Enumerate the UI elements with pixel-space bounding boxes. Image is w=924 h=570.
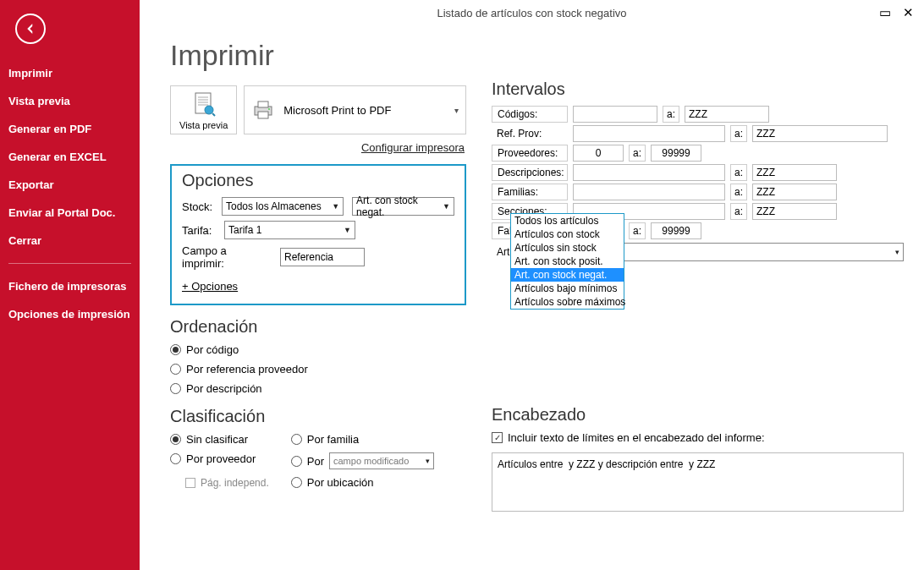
vista-previa-button[interactable]: Vista previa bbox=[170, 85, 237, 134]
radio-por-familia[interactable]: Por familia bbox=[291, 433, 434, 446]
svg-line-6 bbox=[212, 113, 215, 116]
interval-to[interactable] bbox=[752, 184, 837, 200]
interval-from[interactable] bbox=[573, 184, 725, 200]
interval-row: Descripciones:a: bbox=[492, 164, 904, 181]
radio-por-descripcion[interactable]: Por descripción bbox=[170, 382, 466, 395]
encabezado-title: Encabezado bbox=[492, 405, 904, 425]
nav-item[interactable]: Generar en EXCEL bbox=[0, 143, 140, 171]
interval-to[interactable] bbox=[752, 125, 888, 142]
svg-rect-8 bbox=[258, 101, 268, 107]
nav-item[interactable]: Exportar bbox=[0, 171, 140, 199]
dropdown-option[interactable]: Todos los artículos bbox=[511, 214, 624, 227]
chevron-down-icon: ▾ bbox=[454, 106, 459, 115]
interval-a: a: bbox=[663, 106, 679, 123]
opciones-title: Opciones bbox=[182, 171, 454, 190]
interval-row: Códigos:a: bbox=[492, 106, 904, 123]
radio-sin-clasificar[interactable]: Sin clasificar bbox=[170, 433, 269, 446]
interval-label: Ref. Prov: bbox=[492, 126, 568, 141]
printer-name: Microsoft Print to PDF bbox=[283, 104, 446, 117]
back-button[interactable] bbox=[15, 14, 46, 44]
radio-por-codigo[interactable]: Por código bbox=[170, 343, 466, 356]
svg-point-10 bbox=[268, 108, 270, 110]
interval-from[interactable] bbox=[573, 106, 657, 123]
close-icon[interactable]: ✕ bbox=[903, 5, 914, 20]
document-preview-icon bbox=[189, 91, 219, 118]
tarifa-label: Tarifa: bbox=[182, 224, 216, 237]
interval-to[interactable] bbox=[752, 164, 837, 181]
interval-label: Proveedores: bbox=[492, 145, 568, 162]
printer-icon bbox=[251, 100, 275, 120]
interval-row: Proveedores:a: bbox=[492, 145, 904, 162]
encabezado-textarea[interactable] bbox=[492, 452, 904, 512]
interval-row: Familias:a: bbox=[492, 184, 904, 200]
interval-a: a: bbox=[629, 145, 646, 162]
nav-separator bbox=[8, 263, 131, 264]
window-title: Listado de artículos con stock negativo bbox=[140, 7, 924, 19]
radio-por-ubicacion[interactable]: Por ubicación bbox=[291, 476, 434, 489]
stock-select[interactable]: Todos los Almacenes▼ bbox=[222, 197, 344, 216]
dropdown-option[interactable]: Art. con stock negat. bbox=[511, 268, 624, 282]
page-title: Imprimir bbox=[170, 39, 466, 72]
interval-a: a: bbox=[730, 164, 747, 181]
intervalos-title: Intervalos bbox=[492, 79, 904, 99]
campo-input[interactable] bbox=[280, 248, 365, 266]
main: Listado de artículos con stock negativo … bbox=[140, 0, 924, 570]
interval-to[interactable] bbox=[651, 145, 701, 162]
dropdown-option[interactable]: Artículos sin stock bbox=[511, 241, 624, 255]
nav-item[interactable]: Vista previa bbox=[0, 87, 140, 115]
interval-label: Familias: bbox=[492, 184, 568, 200]
radio-por-referencia[interactable]: Por referencia proveedor bbox=[170, 363, 466, 375]
ordenacion-title: Ordenación bbox=[170, 317, 466, 337]
campo-label: Campo a imprimir: bbox=[182, 244, 272, 270]
interval-a: a: bbox=[730, 125, 747, 142]
interval-from[interactable] bbox=[573, 125, 725, 142]
stock-label: Stock: bbox=[182, 200, 213, 213]
sidebar: ImprimirVista previaGenerar en PDFGenera… bbox=[0, 0, 140, 570]
nav-item[interactable]: Fichero de impresoras bbox=[0, 272, 140, 300]
filter-select[interactable]: Art. con stock negat.▼ bbox=[352, 197, 454, 216]
dropdown-option[interactable]: Art. con stock posit. bbox=[511, 255, 624, 268]
opciones-panel: Opciones Stock: Todos los Almacenes▼ Art… bbox=[170, 164, 466, 305]
interval-to[interactable] bbox=[651, 222, 701, 239]
interval-to[interactable] bbox=[752, 203, 837, 220]
interval-label: Descripciones: bbox=[492, 164, 568, 181]
dropdown-option[interactable]: Artículos con stock bbox=[511, 227, 624, 241]
interval-row: Ref. Prov:a: bbox=[492, 125, 904, 142]
configure-printer-link[interactable]: Configurar impresora bbox=[170, 141, 465, 154]
interval-a: a: bbox=[730, 203, 747, 220]
minimize-icon[interactable]: ▭ bbox=[879, 5, 891, 20]
nav-item[interactable]: Imprimir bbox=[0, 59, 140, 87]
svg-rect-9 bbox=[258, 112, 268, 118]
vista-previa-label: Vista previa bbox=[179, 120, 228, 130]
filter-dropdown: Todos los artículosArtículos con stockAr… bbox=[510, 213, 624, 310]
chk-pag-independ[interactable]: Pág. independ. bbox=[185, 477, 269, 489]
nav-item[interactable]: Enviar al Portal Doc. bbox=[0, 199, 140, 227]
radio-por-campo[interactable]: Por campo modificado▾ bbox=[291, 452, 434, 469]
nav-item[interactable]: Generar en PDF bbox=[0, 115, 140, 143]
interval-a: a: bbox=[629, 222, 646, 239]
interval-from[interactable] bbox=[573, 145, 624, 162]
dropdown-option[interactable]: Artículos bajo mínimos bbox=[511, 282, 624, 295]
tarifa-select[interactable]: Tarifa 1▼ bbox=[224, 221, 355, 239]
clasificacion-title: Clasificación bbox=[170, 407, 466, 426]
svg-point-5 bbox=[205, 106, 213, 114]
interval-from[interactable] bbox=[573, 164, 725, 181]
nav-item[interactable]: Opciones de impresión bbox=[0, 300, 140, 328]
interval-a: a: bbox=[730, 184, 747, 200]
interval-label: Códigos: bbox=[492, 106, 568, 123]
interval-to[interactable] bbox=[685, 106, 769, 123]
chk-incluir-limites[interactable]: ✓Incluir texto de límites en el encabeza… bbox=[492, 431, 904, 444]
printer-select[interactable]: Microsoft Print to PDF ▾ bbox=[244, 85, 466, 134]
campo-modificado-select[interactable]: campo modificado▾ bbox=[329, 452, 434, 469]
dropdown-option[interactable]: Artículos sobre máximos bbox=[511, 295, 624, 309]
nav-item[interactable]: Cerrar bbox=[0, 227, 140, 255]
radio-por-proveedor[interactable]: Por proveedor bbox=[170, 452, 269, 465]
more-options-link[interactable]: + Opciones bbox=[182, 280, 238, 293]
